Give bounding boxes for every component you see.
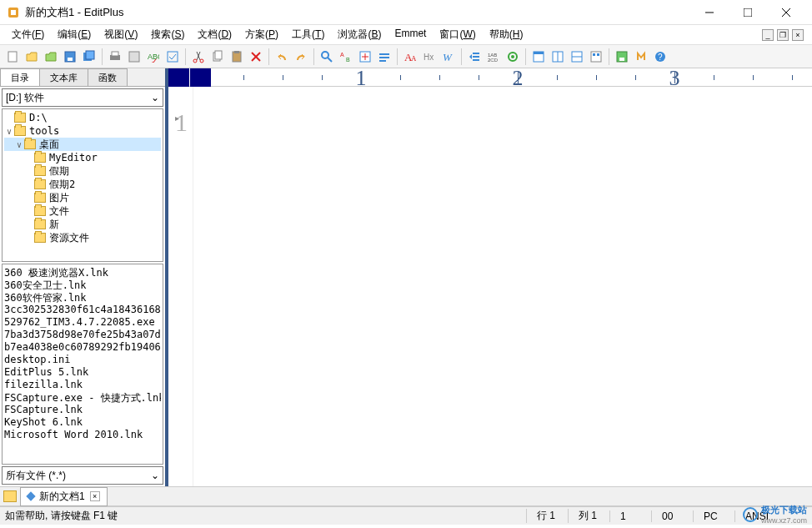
svg-point-18 bbox=[200, 59, 203, 63]
hex-button[interactable]: Hx bbox=[420, 48, 439, 66]
tree-item[interactable]: 假期2 bbox=[4, 178, 161, 191]
edit-area[interactable]: 1 ▸ bbox=[168, 87, 812, 486]
font-button[interactable]: AA bbox=[401, 48, 419, 66]
file-item[interactable]: 360 极速浏览器X.lnk bbox=[4, 266, 161, 279]
tree-item[interactable]: 新 bbox=[4, 218, 161, 231]
undo-button[interactable] bbox=[273, 48, 291, 66]
tree-item[interactable]: 假期 bbox=[4, 164, 161, 178]
status-line: 行 1 bbox=[526, 509, 568, 523]
ruler-origin bbox=[168, 68, 189, 87]
minimize-button[interactable] bbox=[690, 0, 729, 25]
indent-button[interactable] bbox=[465, 48, 484, 66]
watermark-text: 极光下载站 bbox=[761, 504, 807, 516]
file-filter[interactable]: 所有文件 (*.*) ⌄ bbox=[2, 466, 163, 485]
encoding-button[interactable]: 1AB2CD bbox=[484, 48, 503, 66]
mdi-close-button[interactable]: × bbox=[792, 29, 804, 41]
new-file-button[interactable] bbox=[3, 48, 22, 66]
menu-emmet[interactable]: Emmet bbox=[388, 25, 433, 44]
tree-item[interactable]: ∨桌面 bbox=[4, 138, 161, 151]
folder-tree[interactable]: D:\∨tools∨桌面MyEditor假期假期2图片文件新资源文件 bbox=[2, 108, 163, 262]
file-list[interactable]: 360 极速浏览器X.lnk360安全卫士.lnk360软件管家.lnk3cc3… bbox=[2, 264, 163, 465]
tree-item[interactable]: ∨tools bbox=[4, 124, 161, 138]
menu-t[interactable]: 工具(T) bbox=[285, 25, 331, 44]
delete-button[interactable] bbox=[247, 48, 265, 66]
file-item[interactable]: filezilla.lnk bbox=[4, 379, 161, 391]
file-item[interactable]: 7ba3d3758d98e70fe25b43a07d7c bbox=[4, 329, 161, 341]
redo-button[interactable] bbox=[292, 48, 310, 66]
file-item[interactable]: Microsoft Word 2010.lnk bbox=[4, 429, 161, 441]
paste-button[interactable] bbox=[228, 48, 246, 66]
tab-close-button[interactable]: × bbox=[90, 491, 100, 501]
ruler-origin2 bbox=[190, 68, 211, 87]
file-item[interactable]: 3cc302532830f61c4a18436168ff bbox=[4, 304, 161, 316]
file-item[interactable]: 360软件管家.lnk bbox=[4, 291, 161, 304]
menu-v[interactable]: 视图(V) bbox=[98, 25, 144, 44]
tab-directory[interactable]: 目录 bbox=[0, 68, 40, 86]
open-file-button[interactable] bbox=[23, 48, 41, 66]
spell-check-button[interactable]: ABC✓ bbox=[144, 48, 163, 66]
svg-rect-22 bbox=[234, 51, 239, 53]
file-item[interactable]: EditPlus 5.lnk bbox=[4, 366, 161, 379]
tab-cliptext[interactable]: 文本库 bbox=[39, 68, 88, 86]
file-item[interactable]: b7ea4038e0c60789292fb194066a bbox=[4, 341, 161, 354]
svg-rect-20 bbox=[215, 51, 222, 59]
tree-item[interactable]: 文件 bbox=[4, 204, 161, 218]
toggle-button[interactable] bbox=[163, 48, 182, 66]
menu-e[interactable]: 编辑(E) bbox=[51, 25, 98, 44]
window4-button[interactable] bbox=[587, 48, 605, 66]
settings-button[interactable] bbox=[504, 48, 522, 66]
help-button[interactable]: ? bbox=[651, 48, 669, 66]
svg-point-25 bbox=[322, 52, 328, 58]
window3-button[interactable] bbox=[568, 48, 586, 66]
folder-icon[interactable] bbox=[3, 490, 17, 502]
mdi-restore-button[interactable]: ❐ bbox=[777, 29, 789, 41]
app-icon bbox=[7, 6, 20, 19]
tree-item[interactable]: 资源文件 bbox=[4, 231, 161, 244]
goto-button[interactable] bbox=[356, 48, 374, 66]
menu-p[interactable]: 方案(P) bbox=[238, 25, 285, 44]
file-item[interactable]: KeyShot 6.lnk bbox=[4, 416, 161, 429]
menu-h[interactable]: 帮助(H) bbox=[483, 25, 530, 44]
save-button[interactable] bbox=[61, 48, 79, 66]
save-project-button[interactable] bbox=[613, 48, 631, 66]
drive-selector[interactable]: [D:] 软件 ⌄ bbox=[2, 88, 163, 107]
mdi-minimize-button[interactable]: _ bbox=[762, 29, 774, 41]
menu-w[interactable]: 窗口(W) bbox=[433, 25, 482, 44]
caret-indicator-icon: ▸ bbox=[175, 113, 179, 123]
file-item[interactable]: 360安全卫士.lnk bbox=[4, 279, 161, 291]
file-item[interactable]: FSCapture.lnk bbox=[4, 404, 161, 416]
maximize-button[interactable] bbox=[729, 0, 767, 25]
document-tab[interactable]: 新的文档1 × bbox=[20, 487, 108, 506]
tree-item[interactable]: 图片 bbox=[4, 191, 161, 204]
close-button[interactable] bbox=[767, 0, 805, 25]
status-col: 列 1 bbox=[568, 509, 609, 523]
svg-rect-8 bbox=[68, 58, 73, 61]
bookmark-button[interactable] bbox=[375, 48, 393, 66]
wordwrap-button[interactable]: W bbox=[439, 48, 458, 66]
file-item[interactable]: desktop.ini bbox=[4, 354, 161, 366]
svg-rect-31 bbox=[379, 57, 389, 58]
tab-functions[interactable]: 函数 bbox=[88, 68, 128, 86]
cut-button[interactable] bbox=[189, 48, 208, 66]
window2-button[interactable] bbox=[549, 48, 567, 66]
replace-button[interactable]: AB bbox=[337, 48, 355, 66]
file-item[interactable]: 529762_TIM3.4.7.22085.exe bbox=[4, 316, 161, 329]
find-button[interactable] bbox=[318, 48, 336, 66]
tree-item[interactable]: D:\ bbox=[4, 111, 161, 124]
menu-b[interactable]: 浏览器(B) bbox=[331, 25, 388, 44]
print-preview-button[interactable] bbox=[125, 48, 143, 66]
print-button[interactable] bbox=[106, 48, 124, 66]
open-remote-button[interactable] bbox=[42, 48, 60, 66]
copy-button[interactable] bbox=[208, 48, 227, 66]
file-item[interactable]: FSCapture.exe - 快捷方式.lnk bbox=[4, 391, 161, 404]
menubar: 文件(F)编辑(E)视图(V)搜索(S)文档(D)方案(P)工具(T)浏览器(B… bbox=[0, 25, 812, 45]
tree-item[interactable]: MyEditor bbox=[4, 151, 161, 164]
menu-f[interactable]: 文件(F) bbox=[5, 25, 51, 44]
window1-button[interactable] bbox=[529, 48, 548, 66]
menu-d[interactable]: 文档(D) bbox=[191, 25, 238, 44]
macro-button[interactable] bbox=[632, 48, 650, 66]
menu-s[interactable]: 搜索(S) bbox=[144, 25, 191, 44]
text-content[interactable]: ▸ bbox=[193, 87, 812, 486]
editor: 123 1 ▸ bbox=[168, 68, 812, 486]
save-all-button[interactable] bbox=[80, 48, 98, 66]
